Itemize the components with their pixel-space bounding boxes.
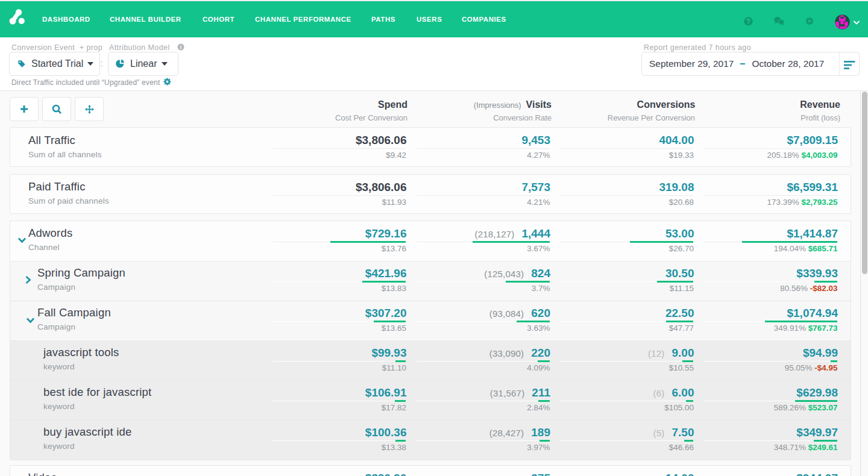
svg-text:?: ? <box>746 17 751 26</box>
